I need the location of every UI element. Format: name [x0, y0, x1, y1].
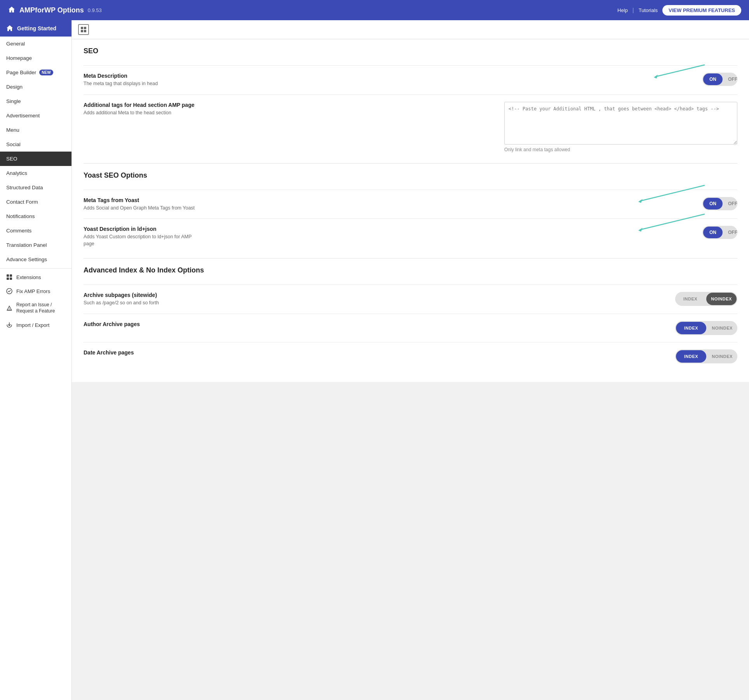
app-title: AMPforWP Options — [19, 6, 84, 14]
meta-description-desc: The meta tag that displays in head — [84, 80, 200, 87]
svg-rect-0 — [7, 274, 9, 277]
section-divider-advanced — [84, 258, 737, 258]
design-label: Design — [6, 84, 23, 90]
author-archive-label: Author Archive pages — [84, 321, 200, 327]
yoast-description-desc: Adds Yoast Custom description to ld+json… — [84, 234, 200, 247]
fix-amp-icon — [6, 288, 12, 294]
sidebar-item-getting-started[interactable]: Getting Started — [0, 20, 71, 37]
toolbar-grid-icon[interactable] — [78, 24, 89, 35]
additional-tags-info: Additional tags for Head section AMP pag… — [84, 102, 200, 117]
meta-tags-yoast-off-btn[interactable]: OFF — [723, 197, 737, 210]
import-icon — [6, 322, 12, 328]
author-archive-toggle[interactable]: INDEX NOINDEX — [675, 321, 737, 335]
view-premium-button[interactable]: VIEW PREMIUM FEATURES — [662, 5, 741, 16]
menu-label: Menu — [6, 127, 19, 133]
svg-line-8 — [656, 65, 704, 77]
sidebar-item-analytics[interactable]: Analytics — [0, 166, 71, 180]
fix-amp-label: Fix AMP Errors — [16, 288, 50, 294]
sidebar-item-page-builder[interactable]: Page Builder NEW — [0, 65, 71, 80]
meta-description-on-btn[interactable]: ON — [703, 73, 723, 85]
social-label: Social — [6, 141, 21, 147]
sidebar-item-homepage[interactable]: Homepage — [0, 51, 71, 65]
archive-subpages-noindex-btn[interactable]: NOINDEX — [706, 293, 737, 305]
svg-rect-2 — [7, 278, 9, 280]
svg-marker-9 — [654, 75, 658, 79]
sidebar-item-single[interactable]: Single — [0, 94, 71, 108]
header-left: AMPforWP Options 0.9.53 — [8, 6, 102, 15]
svg-line-10 — [640, 185, 704, 201]
sidebar-item-seo[interactable]: SEO — [0, 152, 71, 166]
additional-tags-label: Additional tags for Head section AMP pag… — [84, 102, 200, 108]
section-divider-yoast — [84, 163, 737, 164]
date-archive-toggle[interactable]: INDEX NOINDEX — [675, 349, 737, 363]
tutorials-link[interactable]: Tutorials — [639, 7, 658, 13]
home-sidebar-icon — [6, 25, 13, 32]
seo-label: SEO — [6, 156, 17, 162]
meta-tags-yoast-label: Meta Tags from Yoast — [84, 197, 200, 203]
homepage-label: Homepage — [6, 55, 32, 61]
toolbar — [72, 20, 749, 39]
header-right: Help | Tutorials VIEW PREMIUM FEATURES — [617, 5, 741, 16]
meta-tags-yoast-on-btn[interactable]: ON — [703, 198, 723, 209]
meta-tags-yoast-control: ON OFF — [702, 197, 737, 210]
meta-description-row: Meta Description The meta tag that displ… — [84, 65, 737, 94]
yoast-description-control: ON OFF — [702, 226, 737, 239]
yoast-description-label: Yoast Description in ld+json — [84, 226, 200, 232]
analytics-label: Analytics — [6, 170, 27, 176]
sidebar-item-report[interactable]: Report an Issue / Request a Feature — [0, 298, 71, 318]
sidebar-item-structured-data[interactable]: Structured Data — [0, 180, 71, 195]
sidebar-item-general[interactable]: General — [0, 37, 71, 51]
sidebar-divider-1 — [0, 268, 71, 269]
archive-subpages-index-btn[interactable]: INDEX — [675, 292, 705, 306]
svg-marker-11 — [638, 199, 643, 203]
content-area: SEO Meta Description The meta tag that d… — [72, 39, 749, 382]
archive-subpages-toggle[interactable]: INDEX NOINDEX — [675, 292, 737, 306]
app-version: 0.9.53 — [88, 7, 102, 13]
sidebar-item-comments[interactable]: Comments — [0, 223, 71, 238]
meta-tags-yoast-info: Meta Tags from Yoast Adds Social and Ope… — [84, 197, 200, 212]
single-label: Single — [6, 98, 21, 104]
date-archive-index-btn[interactable]: INDEX — [676, 350, 706, 363]
home-icon — [8, 6, 16, 15]
translation-panel-label: Translation Panel — [6, 242, 47, 248]
yoast-description-off-btn[interactable]: OFF — [723, 226, 737, 239]
meta-description-off-btn[interactable]: OFF — [723, 73, 737, 86]
archive-subpages-label: Archive subpages (sitewide) — [84, 292, 200, 298]
meta-description-label: Meta Description — [84, 73, 200, 79]
meta-description-info: Meta Description The meta tag that displ… — [84, 73, 200, 87]
yoast-description-on-btn[interactable]: ON — [703, 227, 723, 238]
meta-tags-yoast-toggle[interactable]: ON OFF — [702, 197, 737, 210]
sidebar-item-contact-form[interactable]: Contact Form — [0, 195, 71, 209]
additional-tags-note: Only link and meta tags allowed — [504, 147, 570, 152]
sidebar-item-notifications[interactable]: Notifications — [0, 209, 71, 223]
advance-settings-label: Advance Settings — [6, 257, 47, 262]
contact-form-label: Contact Form — [6, 199, 38, 205]
date-archive-noindex-btn[interactable]: NOINDEX — [707, 349, 737, 363]
arrow-meta-desc — [644, 61, 706, 80]
main-content: SEO Meta Description The meta tag that d… — [72, 20, 749, 700]
sidebar-item-fix-amp[interactable]: Fix AMP Errors — [0, 284, 71, 298]
sidebar-item-menu[interactable]: Menu — [0, 123, 71, 137]
meta-description-toggle[interactable]: ON OFF — [702, 73, 737, 86]
general-label: General — [6, 41, 25, 47]
import-label: Import / Export — [16, 322, 49, 328]
seo-section: SEO Meta Description The meta tag that d… — [84, 47, 737, 159]
svg-rect-1 — [10, 274, 12, 277]
sidebar-item-advance-settings[interactable]: Advance Settings — [0, 252, 71, 267]
sidebar-item-translation-panel[interactable]: Translation Panel — [0, 238, 71, 252]
sidebar-item-extensions[interactable]: Extensions — [0, 270, 71, 284]
help-link[interactable]: Help — [617, 7, 628, 13]
yoast-section-title: Yoast SEO Options — [84, 171, 737, 183]
sidebar-item-design[interactable]: Design — [0, 80, 71, 94]
author-archive-index-btn[interactable]: INDEX — [676, 322, 706, 334]
notifications-label: Notifications — [6, 213, 35, 219]
author-archive-noindex-btn[interactable]: NOINDEX — [707, 321, 737, 335]
svg-rect-6 — [81, 30, 83, 32]
meta-tags-yoast-row: Meta Tags from Yoast Adds Social and Ope… — [84, 190, 737, 219]
sidebar-item-import[interactable]: Import / Export — [0, 318, 71, 332]
date-archive-row: Date Archive pages INDEX NOINDEX — [84, 342, 737, 370]
sidebar-item-social[interactable]: Social — [0, 137, 71, 152]
sidebar-item-advertisement[interactable]: Advertisement — [0, 108, 71, 123]
yoast-description-toggle[interactable]: ON OFF — [702, 226, 737, 239]
additional-tags-textarea[interactable] — [504, 102, 737, 145]
